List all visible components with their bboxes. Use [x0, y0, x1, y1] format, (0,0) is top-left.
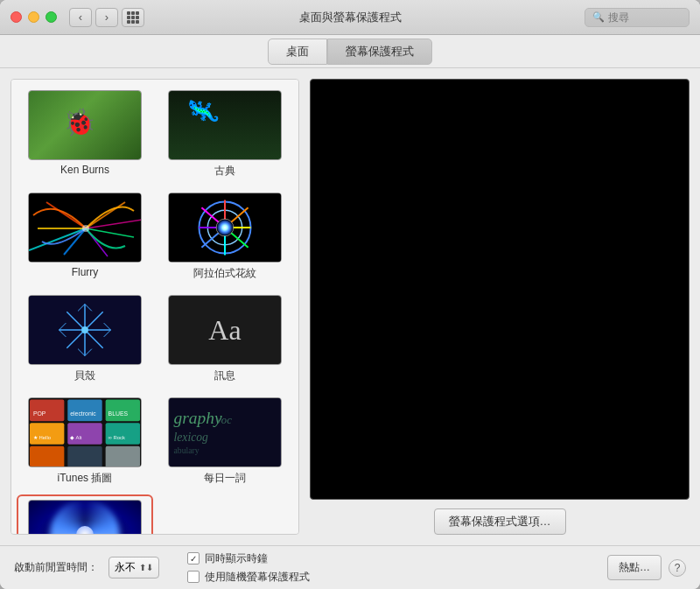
- svg-rect-47: [106, 446, 140, 466]
- never-select[interactable]: 永不 ⬆⬇: [108, 557, 159, 578]
- screensaver-thumb-kenburns: 🐞: [28, 90, 142, 160]
- svg-text:electronic: electronic: [70, 410, 96, 417]
- svg-rect-46: [67, 446, 102, 466]
- screensaver-thumb-word: graphy voc lexicog abulary: [168, 397, 282, 467]
- screensaver-thumb-arabesque: [168, 193, 282, 263]
- screensaver-item-classic[interactable]: 🦎 古典: [158, 87, 291, 182]
- svg-point-9: [82, 225, 89, 232]
- svg-text:voc: voc: [216, 414, 232, 426]
- svg-text:◆ Alt: ◆ Alt: [70, 435, 82, 440]
- screensaver-item-itunes[interactable]: POP electronic BLUES ★ Hello ◆ Alt ∞ Roc…: [18, 394, 151, 489]
- screensaver-label-shell: 貝殼: [74, 368, 95, 383]
- screensaver-label-message: 訊息: [214, 368, 235, 383]
- screensaver-thumb-flurry: [28, 193, 142, 263]
- never-option-text: 永不: [115, 560, 136, 575]
- message-aa-text: Aa: [208, 314, 241, 347]
- svg-rect-45: [30, 446, 64, 466]
- hotspot-button[interactable]: 熱點…: [607, 555, 662, 580]
- svg-rect-43: [67, 423, 102, 445]
- preview-screen: [310, 79, 690, 500]
- titlebar: ‹ › 桌面與螢幕保護程式 🔍: [0, 0, 700, 35]
- screensaver-item-kenburns[interactable]: 🐞 Ken Burns: [18, 87, 151, 182]
- grid-button[interactable]: [122, 8, 144, 27]
- select-arrow-icon: ⬆⬇: [139, 563, 153, 572]
- checkbox-group: 同時顯示時鐘 使用隨機螢幕保護程式: [187, 551, 310, 585]
- preview-panel: 螢幕保護程式選項…: [310, 79, 690, 535]
- window-title: 桌面與螢幕保護程式: [299, 10, 402, 25]
- screensaver-thumb-classic: 🦎: [168, 90, 282, 160]
- screensaver-label-classic: 古典: [214, 164, 235, 179]
- checkbox-random-label: 使用隨機螢幕保護程式: [205, 570, 310, 585]
- search-icon: 🔍: [592, 11, 605, 23]
- screensaver-item-shell[interactable]: 貝殼: [18, 291, 151, 387]
- screensaver-label-word: 每日一詞: [204, 471, 246, 486]
- screensaver-item-message[interactable]: Aa 訊息: [158, 291, 291, 387]
- tab-desktop[interactable]: 桌面: [268, 39, 327, 65]
- checkbox-item-clock[interactable]: 同時顯示時鐘: [187, 551, 310, 566]
- forward-button[interactable]: ›: [95, 8, 118, 27]
- checkbox-item-random[interactable]: 使用隨機螢幕保護程式: [187, 570, 310, 585]
- close-button[interactable]: [10, 11, 22, 23]
- search-box[interactable]: 🔍: [584, 8, 690, 27]
- traffic-lights: [10, 11, 57, 23]
- svg-text:abulary: abulary: [174, 445, 200, 455]
- checkbox-clock-label: 同時顯示時鐘: [205, 551, 268, 566]
- svg-point-37: [81, 326, 88, 333]
- svg-rect-42: [30, 423, 64, 445]
- svg-text:★ Hello: ★ Hello: [33, 435, 52, 440]
- window: ‹ › 桌面與螢幕保護程式 🔍 桌面 螢幕保護程式: [0, 0, 700, 589]
- screensaver-thumb-fliqlo: [28, 500, 142, 535]
- tab-screensaver[interactable]: 螢幕保護程式: [327, 39, 432, 65]
- screensaver-label-itunes: iTunes 插圖: [58, 471, 113, 486]
- screensaver-options-button[interactable]: 螢幕保護程式選項…: [434, 508, 566, 535]
- search-input[interactable]: [608, 11, 678, 24]
- svg-rect-44: [106, 423, 140, 445]
- tabbar: 桌面 螢幕保護程式: [0, 35, 700, 68]
- main-content: 🐞 Ken Burns 🦎 古典: [0, 68, 700, 545]
- bottom-right: 熱點… ?: [607, 555, 686, 580]
- back-button[interactable]: ‹: [69, 8, 92, 27]
- svg-text:∞ Rock: ∞ Rock: [108, 435, 125, 440]
- screensaver-label-flurry: Flurry: [72, 266, 99, 278]
- screensaver-label-arabesque: 阿拉伯式花紋: [193, 266, 256, 281]
- maximize-button[interactable]: [46, 11, 57, 23]
- checkbox-clock[interactable]: [187, 552, 200, 564]
- nav-buttons: ‹ ›: [69, 8, 118, 27]
- screensaver-list[interactable]: 🐞 Ken Burns 🦎 古典: [10, 79, 299, 535]
- start-label: 啟動前閒置時間：: [14, 560, 98, 575]
- checkbox-random[interactable]: [187, 571, 200, 583]
- svg-text:lexicog: lexicog: [174, 431, 209, 444]
- screensaver-item-arabesque[interactable]: 阿拉伯式花紋: [158, 189, 291, 284]
- screensaver-grid: 🐞 Ken Burns 🦎 古典: [11, 80, 298, 535]
- screensaver-thumb-message: Aa: [168, 295, 282, 365]
- svg-text:POP: POP: [33, 410, 46, 417]
- screensaver-item-flurry[interactable]: Flurry: [18, 189, 151, 284]
- screensaver-item-fliqlo[interactable]: Fliqlo: [18, 496, 151, 535]
- bottombar: 啟動前閒置時間： 永不 ⬆⬇ 同時顯示時鐘 使用隨機螢幕保護程式 熱點… ?: [0, 545, 700, 589]
- screensaver-item-word[interactable]: graphy voc lexicog abulary 每日一詞: [158, 394, 291, 489]
- screensaver-thumb-itunes: POP electronic BLUES ★ Hello ◆ Alt ∞ Roc…: [28, 397, 142, 467]
- svg-text:BLUES: BLUES: [108, 410, 129, 417]
- screensaver-thumb-shell: [28, 295, 142, 365]
- help-button[interactable]: ?: [668, 559, 686, 577]
- preview-actions: 螢幕保護程式選項…: [310, 508, 690, 535]
- minimize-button[interactable]: [28, 11, 39, 23]
- screensaver-label-kenburns: Ken Burns: [60, 164, 109, 176]
- svg-text:graphy: graphy: [174, 409, 223, 427]
- svg-point-23: [217, 220, 233, 235]
